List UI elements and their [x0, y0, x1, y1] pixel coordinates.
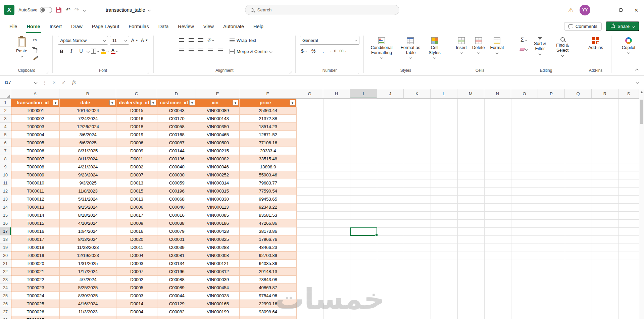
- cell[interactable]: C00040: [157, 163, 196, 171]
- cell[interactable]: 25360.44: [240, 107, 297, 115]
- cell[interactable]: 40869.87: [240, 284, 297, 292]
- align-middle-button[interactable]: [187, 36, 195, 44]
- align-center-button[interactable]: [187, 46, 195, 54]
- cell[interactable]: VIN000500: [196, 139, 240, 147]
- cell[interactable]: D0016: [116, 115, 157, 123]
- row-header-3[interactable]: 3: [0, 115, 11, 123]
- cell[interactable]: VIN000330: [196, 195, 240, 203]
- cell[interactable]: [60, 316, 116, 319]
- row-header-12[interactable]: 12: [0, 187, 11, 195]
- cell[interactable]: D0009: [116, 219, 157, 227]
- cell[interactable]: D0018: [116, 123, 157, 131]
- cell[interactable]: D0004: [116, 308, 157, 316]
- cell[interactable]: 48466.23: [240, 244, 297, 252]
- row-header-2[interactable]: 2: [0, 107, 11, 115]
- cell[interactable]: C00044: [157, 292, 196, 300]
- column-header-N[interactable]: N: [484, 89, 511, 98]
- cell[interactable]: T000010: [11, 179, 60, 187]
- cell[interactable]: 10/14/2024: [60, 107, 116, 115]
- cell[interactable]: T000004: [11, 131, 60, 139]
- cell[interactable]: 92700.89: [240, 252, 297, 260]
- cell[interactable]: D0002: [116, 276, 157, 284]
- cell[interactable]: 18514.23: [240, 123, 297, 131]
- cell[interactable]: T000025: [11, 300, 60, 308]
- cell[interactable]: 12/26/2024: [60, 123, 116, 131]
- cell[interactable]: VIN000186: [196, 219, 240, 227]
- cell[interactable]: 5/25/2025: [60, 284, 116, 292]
- cell[interactable]: 38173.86: [240, 227, 297, 235]
- cell[interactable]: VIN000089: [196, 107, 240, 115]
- cell[interactable]: 55903.46: [240, 171, 297, 179]
- cell[interactable]: C00170: [157, 115, 196, 123]
- row-header-15[interactable]: 15: [0, 211, 11, 219]
- column-header-P[interactable]: P: [538, 89, 565, 98]
- cell[interactable]: 8/18/2024: [60, 211, 116, 219]
- row-header-24[interactable]: 24: [0, 284, 11, 292]
- row-header-16[interactable]: 16: [0, 219, 11, 227]
- redo-icon[interactable]: ↷: [75, 7, 79, 13]
- column-header-D[interactable]: D: [157, 89, 196, 98]
- column-header-E[interactable]: E: [196, 89, 239, 98]
- row-header-18[interactable]: 18: [0, 235, 11, 244]
- cell[interactable]: C00038: [157, 219, 196, 227]
- cell[interactable]: C00134: [157, 260, 196, 268]
- row-header-9[interactable]: 9: [0, 163, 11, 171]
- row-header-23[interactable]: 23: [0, 276, 11, 284]
- cell[interactable]: 8/30/2025: [60, 292, 116, 300]
- cell[interactable]: C00001: [157, 235, 196, 244]
- share-button[interactable]: Share: [606, 21, 639, 31]
- column-header-G[interactable]: G: [296, 89, 323, 98]
- cell[interactable]: VIN000113: [196, 203, 240, 211]
- filter-button[interactable]: ▾: [53, 100, 58, 106]
- search-input[interactable]: Search: [245, 5, 399, 15]
- cell[interactable]: T000027: [11, 316, 60, 319]
- font-color-button[interactable]: A: [110, 47, 118, 55]
- cell[interactable]: 77106.16: [240, 139, 297, 147]
- row-header-7[interactable]: 7: [0, 147, 11, 155]
- cell[interactable]: 1/17/2024: [60, 268, 116, 276]
- cell[interactable]: D0019: [116, 131, 157, 139]
- cell[interactable]: C00087: [157, 139, 196, 147]
- cell[interactable]: C00058: [157, 123, 196, 131]
- row-header-5[interactable]: 5: [0, 131, 11, 139]
- filter-button[interactable]: ▾: [290, 100, 295, 106]
- row-header-26[interactable]: 26: [0, 300, 11, 308]
- cell[interactable]: T000011: [11, 187, 60, 195]
- autosum-button[interactable]: Σ: [519, 36, 528, 44]
- cell[interactable]: 9/15/2024: [60, 203, 116, 211]
- delete-cells-button[interactable]: Delete: [470, 36, 487, 67]
- format-as-table-button[interactable]: Format as Table: [398, 36, 423, 67]
- cell[interactable]: 10/4/2024: [60, 227, 116, 235]
- cell[interactable]: C00079: [157, 227, 196, 235]
- cell[interactable]: 1/31/2025: [60, 260, 116, 268]
- cell[interactable]: VIN000314: [196, 179, 240, 187]
- row-header-6[interactable]: 6: [0, 139, 11, 147]
- align-bottom-button[interactable]: [197, 36, 205, 44]
- cell[interactable]: C00082: [157, 308, 196, 316]
- undo-icon[interactable]: ↶: [65, 7, 70, 13]
- cell[interactable]: D0005: [116, 284, 157, 292]
- cell[interactable]: VIN000008: [196, 252, 240, 260]
- cell[interactable]: T000026: [11, 308, 60, 316]
- cell[interactable]: VIN000165: [196, 300, 240, 308]
- tab-home[interactable]: Home: [22, 20, 45, 33]
- cell[interactable]: 47266.86: [240, 219, 297, 227]
- cell[interactable]: 8/13/2024: [60, 235, 116, 244]
- cell[interactable]: 20333.4: [240, 147, 297, 155]
- cell[interactable]: [240, 316, 297, 319]
- cell[interactable]: C00040: [157, 203, 196, 211]
- row-header-8[interactable]: 8: [0, 155, 11, 163]
- cell[interactable]: VIN000382: [196, 155, 240, 163]
- cell[interactable]: D0011: [116, 244, 157, 252]
- cell[interactable]: T000013: [11, 203, 60, 211]
- cell[interactable]: VIN000121: [196, 260, 240, 268]
- cell[interactable]: 9/23/2024: [60, 171, 116, 179]
- cell[interactable]: T000001: [11, 107, 60, 115]
- row-header-28[interactable]: 28: [0, 316, 11, 319]
- cell[interactable]: T000024: [11, 292, 60, 300]
- scroll-up-arrow-icon[interactable]: [639, 89, 644, 95]
- column-header-R[interactable]: R: [592, 89, 618, 98]
- excel-app-icon[interactable]: X: [4, 5, 14, 15]
- tab-page-layout[interactable]: Page Layout: [87, 20, 124, 33]
- cell[interactable]: 11/8/2023: [60, 187, 116, 195]
